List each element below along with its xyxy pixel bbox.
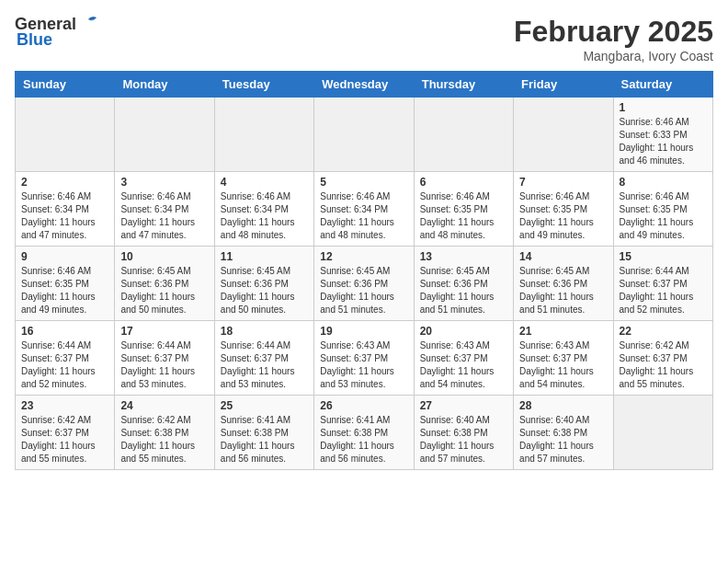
calendar-cell: 21Sunrise: 6:43 AM Sunset: 6:37 PM Dayli… — [514, 321, 613, 396]
day-info: Sunrise: 6:42 AM Sunset: 6:38 PM Dayligh… — [120, 414, 208, 465]
day-number: 26 — [320, 399, 407, 412]
day-info: Sunrise: 6:43 AM Sunset: 6:37 PM Dayligh… — [420, 339, 507, 391]
day-info: Sunrise: 6:46 AM Sunset: 6:35 PM Dayligh… — [519, 190, 607, 242]
calendar-header-row: SundayMondayTuesdayWednesdayThursdayFrid… — [16, 72, 713, 98]
day-info: Sunrise: 6:43 AM Sunset: 6:37 PM Dayligh… — [320, 339, 407, 391]
calendar-day-header: Friday — [514, 72, 613, 98]
location-subtitle: Mangbara, Ivory Coast — [514, 49, 713, 63]
calendar-cell: 8Sunrise: 6:46 AM Sunset: 6:35 PM Daylig… — [613, 172, 712, 247]
day-number: 11 — [221, 250, 308, 263]
day-info: Sunrise: 6:46 AM Sunset: 6:35 PM Dayligh… — [21, 265, 108, 316]
calendar-cell — [115, 98, 214, 172]
day-info: Sunrise: 6:45 AM Sunset: 6:36 PM Dayligh… — [420, 265, 507, 316]
calendar-day-header: Saturday — [613, 72, 712, 98]
day-number: 19 — [320, 325, 407, 338]
day-number: 14 — [519, 250, 607, 263]
calendar-cell: 2Sunrise: 6:46 AM Sunset: 6:34 PM Daylig… — [16, 172, 115, 247]
calendar-cell: 1Sunrise: 6:46 AM Sunset: 6:33 PM Daylig… — [613, 98, 712, 172]
calendar-cell: 9Sunrise: 6:46 AM Sunset: 6:35 PM Daylig… — [16, 247, 115, 321]
day-number: 24 — [120, 399, 208, 412]
day-number: 22 — [620, 325, 707, 338]
calendar-cell: 14Sunrise: 6:45 AM Sunset: 6:36 PM Dayli… — [514, 247, 613, 321]
day-info: Sunrise: 6:44 AM Sunset: 6:37 PM Dayligh… — [120, 339, 208, 391]
day-number: 2 — [21, 176, 108, 189]
month-year-title: February 2025 — [514, 15, 713, 49]
calendar-cell: 24Sunrise: 6:42 AM Sunset: 6:38 PM Dayli… — [115, 396, 214, 470]
day-number: 4 — [221, 176, 308, 189]
calendar-week-row: 16Sunrise: 6:44 AM Sunset: 6:37 PM Dayli… — [16, 321, 713, 396]
day-info: Sunrise: 6:46 AM Sunset: 6:35 PM Dayligh… — [420, 190, 507, 242]
calendar-cell: 18Sunrise: 6:44 AM Sunset: 6:37 PM Dayli… — [214, 321, 313, 396]
day-info: Sunrise: 6:42 AM Sunset: 6:37 PM Dayligh… — [21, 414, 108, 465]
day-info: Sunrise: 6:40 AM Sunset: 6:38 PM Dayligh… — [519, 414, 607, 465]
calendar-cell: 13Sunrise: 6:45 AM Sunset: 6:36 PM Dayli… — [414, 247, 513, 321]
day-number: 20 — [420, 325, 507, 338]
calendar-cell: 19Sunrise: 6:43 AM Sunset: 6:37 PM Dayli… — [314, 321, 414, 396]
day-info: Sunrise: 6:46 AM Sunset: 6:34 PM Dayligh… — [320, 190, 407, 242]
calendar-cell — [414, 98, 513, 172]
day-number: 16 — [21, 325, 108, 338]
day-number: 7 — [519, 176, 607, 189]
calendar-cell: 7Sunrise: 6:46 AM Sunset: 6:35 PM Daylig… — [514, 172, 613, 247]
calendar-cell: 5Sunrise: 6:46 AM Sunset: 6:34 PM Daylig… — [314, 172, 414, 247]
calendar-day-header: Tuesday — [214, 72, 313, 98]
day-number: 13 — [420, 250, 507, 263]
title-block: February 2025 Mangbara, Ivory Coast — [514, 15, 713, 63]
calendar-cell: 22Sunrise: 6:42 AM Sunset: 6:37 PM Dayli… — [613, 321, 712, 396]
day-number: 5 — [320, 176, 407, 189]
calendar-week-row: 2Sunrise: 6:46 AM Sunset: 6:34 PM Daylig… — [16, 172, 713, 247]
day-number: 18 — [221, 325, 308, 338]
day-number: 1 — [620, 101, 707, 114]
day-number: 17 — [120, 325, 208, 338]
day-info: Sunrise: 6:46 AM Sunset: 6:35 PM Dayligh… — [620, 190, 707, 242]
calendar-cell: 11Sunrise: 6:45 AM Sunset: 6:36 PM Dayli… — [214, 247, 313, 321]
calendar-cell: 6Sunrise: 6:46 AM Sunset: 6:35 PM Daylig… — [414, 172, 513, 247]
calendar-cell: 20Sunrise: 6:43 AM Sunset: 6:37 PM Dayli… — [414, 321, 513, 396]
day-info: Sunrise: 6:46 AM Sunset: 6:34 PM Dayligh… — [221, 190, 308, 242]
calendar-day-header: Wednesday — [314, 72, 414, 98]
day-info: Sunrise: 6:45 AM Sunset: 6:36 PM Dayligh… — [221, 265, 308, 316]
calendar-cell — [314, 98, 414, 172]
calendar-table: SundayMondayTuesdayWednesdayThursdayFrid… — [15, 71, 713, 470]
logo-bird-icon — [78, 16, 98, 34]
calendar-cell: 27Sunrise: 6:40 AM Sunset: 6:38 PM Dayli… — [414, 396, 513, 470]
calendar-cell: 10Sunrise: 6:45 AM Sunset: 6:36 PM Dayli… — [115, 247, 214, 321]
calendar-day-header: Sunday — [16, 72, 115, 98]
day-info: Sunrise: 6:44 AM Sunset: 6:37 PM Dayligh… — [21, 339, 108, 391]
calendar-cell: 26Sunrise: 6:41 AM Sunset: 6:38 PM Dayli… — [314, 396, 414, 470]
logo: General Blue — [15, 15, 98, 50]
calendar-cell: 16Sunrise: 6:44 AM Sunset: 6:37 PM Dayli… — [16, 321, 115, 396]
day-info: Sunrise: 6:45 AM Sunset: 6:36 PM Dayligh… — [519, 265, 607, 316]
calendar-cell — [214, 98, 313, 172]
day-number: 12 — [320, 250, 407, 263]
calendar-cell: 23Sunrise: 6:42 AM Sunset: 6:37 PM Dayli… — [16, 396, 115, 470]
page-header: General Blue February 2025 Mangbara, Ivo… — [15, 15, 713, 63]
calendar-cell: 15Sunrise: 6:44 AM Sunset: 6:37 PM Dayli… — [613, 247, 712, 321]
day-info: Sunrise: 6:46 AM Sunset: 6:33 PM Dayligh… — [620, 116, 707, 167]
calendar-cell — [613, 396, 712, 470]
day-number: 23 — [21, 399, 108, 412]
day-number: 25 — [221, 399, 308, 412]
calendar-cell: 28Sunrise: 6:40 AM Sunset: 6:38 PM Dayli… — [514, 396, 613, 470]
day-info: Sunrise: 6:43 AM Sunset: 6:37 PM Dayligh… — [519, 339, 607, 391]
calendar-day-header: Thursday — [414, 72, 513, 98]
day-info: Sunrise: 6:45 AM Sunset: 6:36 PM Dayligh… — [320, 265, 407, 316]
day-number: 3 — [120, 176, 208, 189]
calendar-week-row: 9Sunrise: 6:46 AM Sunset: 6:35 PM Daylig… — [16, 247, 713, 321]
day-number: 21 — [519, 325, 607, 338]
calendar-day-header: Monday — [115, 72, 214, 98]
day-info: Sunrise: 6:45 AM Sunset: 6:36 PM Dayligh… — [120, 265, 208, 316]
calendar-cell: 3Sunrise: 6:46 AM Sunset: 6:34 PM Daylig… — [115, 172, 214, 247]
day-number: 27 — [420, 399, 507, 412]
calendar-cell — [514, 98, 613, 172]
calendar-week-row: 1Sunrise: 6:46 AM Sunset: 6:33 PM Daylig… — [16, 98, 713, 172]
day-number: 6 — [420, 176, 507, 189]
logo-blue-text: Blue — [17, 30, 52, 50]
day-number: 15 — [620, 250, 707, 263]
day-number: 28 — [519, 399, 607, 412]
calendar-cell: 25Sunrise: 6:41 AM Sunset: 6:38 PM Dayli… — [214, 396, 313, 470]
day-info: Sunrise: 6:46 AM Sunset: 6:34 PM Dayligh… — [120, 190, 208, 242]
day-info: Sunrise: 6:41 AM Sunset: 6:38 PM Dayligh… — [320, 414, 407, 465]
day-info: Sunrise: 6:41 AM Sunset: 6:38 PM Dayligh… — [221, 414, 308, 465]
day-number: 10 — [120, 250, 208, 263]
